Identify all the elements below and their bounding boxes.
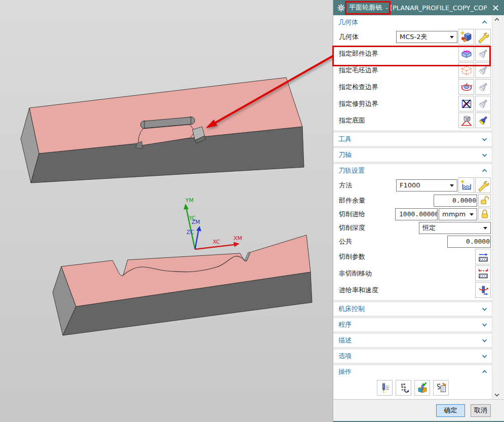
highlight-check-boundary-button[interactable] [475, 79, 491, 95]
select-trim-boundary-button[interactable] [458, 96, 474, 111]
blank-boundary-icon [460, 64, 473, 76]
floor-row: 指定底面 [333, 112, 492, 129]
dialog-scrollbar[interactable] [492, 16, 501, 399]
verify-toolpath-button[interactable] [414, 380, 430, 396]
floor-label: 指定底面 [339, 116, 365, 125]
dialog-titlebar[interactable]: 平面轮廓铣 - [PLANAR_PROFILE_COPY_COP... [333, 0, 504, 15]
chevron-up-icon [482, 20, 487, 24]
chevron-down-icon [483, 227, 487, 232]
list-toolpath-icon [435, 382, 447, 394]
section-title-tool-axis: 刀轴 [338, 150, 352, 160]
part-boundary-icon [460, 48, 473, 60]
new-method-icon [460, 179, 473, 191]
section-description: 描述 [333, 334, 492, 347]
feeds-speeds-button[interactable] [475, 282, 491, 298]
check-boundary-row: 指定检查边界 [333, 79, 492, 95]
section-title-path-settings: 刀轨设置 [338, 166, 365, 175]
method-dropdown[interactable]: F1000 [396, 179, 457, 191]
application-window: YM YC ZM ZC XC XM [0, 0, 504, 422]
cut-params-label: 切削参数 [339, 252, 365, 261]
select-blank-boundary-button[interactable] [458, 62, 474, 78]
edit-method-button[interactable] [475, 177, 491, 193]
cancel-button[interactable]: 取消 [471, 404, 491, 417]
section-header-tool[interactable]: 工具 [333, 133, 492, 146]
3d-viewport[interactable]: YM YC ZM ZC XC XM [0, 0, 333, 422]
section-tool-axis: 刀轴 [333, 148, 492, 162]
chevron-down-icon [450, 36, 454, 41]
section-geometry: 几何体 几何体 MCS-2夹 [333, 16, 492, 130]
cut-feed-unit-value: mmpm [442, 210, 466, 218]
top-block-solid[interactable] [21, 78, 304, 183]
section-header-path-settings[interactable]: 刀轨设置 [333, 165, 492, 177]
section-program: 程序 [333, 318, 492, 331]
method-label: 方法 [339, 181, 352, 190]
section-header-geometry[interactable]: 几何体 [333, 16, 492, 28]
section-path-settings: 刀轨设置 方法 F1000 [333, 164, 492, 300]
section-title-options: 选项 [338, 352, 352, 361]
highlight-trim-boundary-button[interactable] [475, 96, 491, 111]
non-cutting-button[interactable] [475, 265, 491, 281]
section-header-actions[interactable]: 操作 [333, 366, 492, 378]
section-header-program[interactable]: 程序 [333, 318, 492, 331]
ok-button[interactable]: 确定 [436, 404, 465, 417]
section-machine-control: 机床控制 [333, 302, 492, 316]
axis-label-xm: XM [234, 235, 242, 242]
list-toolpath-button[interactable] [433, 380, 449, 396]
common-row: 公共 0.00000 [333, 235, 492, 248]
playback-toolpath-button[interactable] [396, 380, 411, 396]
new-geometry-button[interactable] [458, 29, 474, 45]
highlight-part-boundary-button[interactable] [475, 46, 491, 61]
chevron-up-icon [482, 370, 487, 374]
flashlight-icon [477, 64, 489, 76]
highlight-blank-boundary-button[interactable] [475, 62, 491, 78]
axis-label-ym: YM [185, 197, 193, 204]
check-boundary-label: 指定检查边界 [339, 83, 378, 92]
generate-toolpath-button[interactable] [377, 380, 393, 396]
part-stock-unlock-button[interactable] [478, 194, 491, 207]
part-stock-input[interactable]: 0.00000 [434, 195, 477, 207]
cut-feed-input[interactable]: 1000.00000 [395, 208, 438, 220]
flashlight-icon [477, 98, 489, 110]
select-floor-button[interactable] [458, 112, 474, 128]
cut-feed-lock-button[interactable] [478, 208, 491, 220]
lock-open-icon [480, 196, 490, 206]
scroll-down-icon[interactable] [494, 393, 499, 397]
common-input[interactable]: 0.00000 [447, 236, 491, 248]
chevron-down-icon [482, 338, 487, 342]
section-title-tool: 工具 [338, 135, 352, 144]
actions-buttons-row [333, 378, 492, 399]
geometry-dropdown[interactable]: MCS-2夹 [396, 31, 457, 43]
dialog-content: 几何体 几何体 MCS-2夹 [333, 16, 492, 399]
coordinate-triad: YM YC ZM ZC XC XM [184, 197, 243, 249]
geometry-dropdown-value: MCS-2夹 [400, 32, 428, 42]
geometry-select-row: 几何体 MCS-2夹 [333, 28, 492, 45]
section-header-description[interactable]: 描述 [333, 334, 492, 347]
cut-params-button[interactable] [475, 249, 491, 264]
edit-geometry-button[interactable] [475, 29, 491, 45]
floor-icon [460, 114, 473, 127]
dialog-title-suffix: - [PLANAR_PROFILE_COPY_COP... [385, 4, 487, 12]
chevron-down-icon [482, 137, 487, 141]
part-stock-label: 部件余量 [339, 196, 365, 205]
bottom-block-solid[interactable] [53, 235, 312, 335]
cut-feed-unit-dropdown[interactable]: mmpm [439, 208, 477, 220]
cut-feed-label: 切削进给 [339, 210, 365, 219]
method-dropdown-value: F1000 [400, 181, 420, 189]
select-part-boundary-button[interactable] [458, 46, 474, 61]
new-method-button[interactable] [458, 177, 474, 193]
section-header-machine-control[interactable]: 机床控制 [333, 302, 492, 316]
cut-depth-value: 恒定 [422, 223, 436, 233]
cut-params-row: 切削参数 [333, 248, 492, 265]
cut-depth-dropdown[interactable]: 恒定 [419, 222, 491, 234]
section-header-tool-axis[interactable]: 刀轴 [333, 148, 492, 162]
flashlight-active-icon [477, 114, 489, 127]
select-check-boundary-button[interactable] [458, 79, 474, 95]
dialog-footer: 确定 取消 [333, 399, 504, 421]
cut-depth-label: 切削深度 [339, 223, 365, 233]
scroll-up-icon[interactable] [494, 18, 499, 21]
trim-boundary-row: 指定修剪边界 [333, 95, 492, 112]
common-label: 公共 [339, 237, 352, 246]
section-header-options[interactable]: 选项 [333, 350, 492, 363]
highlight-floor-button[interactable] [475, 112, 491, 128]
close-icon[interactable] [490, 3, 500, 13]
